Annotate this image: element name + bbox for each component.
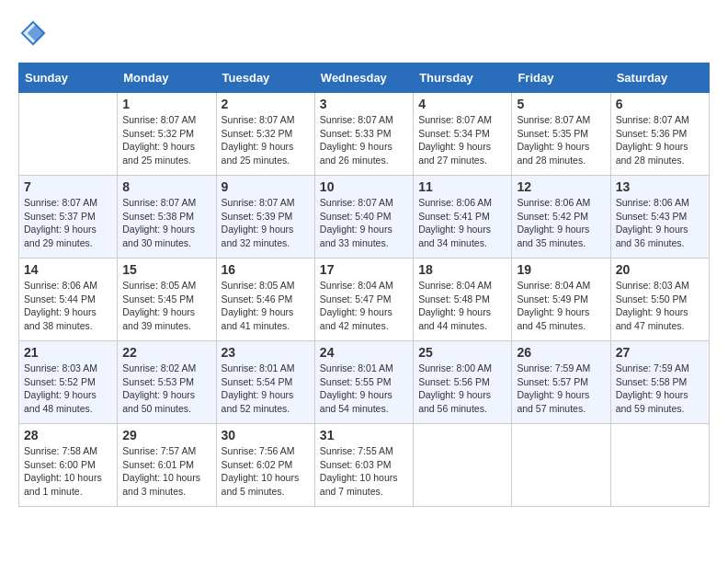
- page-header: [18, 18, 710, 48]
- day-number: 18: [418, 262, 506, 277]
- calendar-cell: 1Sunrise: 8:07 AMSunset: 5:32 PMDaylight…: [118, 93, 216, 176]
- day-number: 20: [616, 262, 704, 277]
- day-info: Sunrise: 8:07 AMSunset: 5:32 PMDaylight:…: [122, 113, 210, 167]
- day-number: 13: [616, 179, 704, 194]
- calendar-cell: 26Sunrise: 7:59 AMSunset: 5:57 PMDayligh…: [512, 341, 610, 424]
- calendar-week-row: 1Sunrise: 8:07 AMSunset: 5:32 PMDaylight…: [19, 93, 710, 176]
- calendar-cell: 17Sunrise: 8:04 AMSunset: 5:47 PMDayligh…: [314, 259, 413, 341]
- calendar-cell: 21Sunrise: 8:03 AMSunset: 5:52 PMDayligh…: [19, 341, 118, 424]
- day-info: Sunrise: 8:05 AMSunset: 5:45 PMDaylight:…: [122, 279, 210, 333]
- day-number: 6: [616, 97, 704, 111]
- calendar-cell: 13Sunrise: 8:06 AMSunset: 5:43 PMDayligh…: [610, 176, 709, 259]
- day-number: 8: [122, 179, 210, 194]
- calendar-cell: 8Sunrise: 8:07 AMSunset: 5:38 PMDaylight…: [118, 176, 216, 259]
- calendar-cell: 16Sunrise: 8:05 AMSunset: 5:46 PMDayligh…: [216, 259, 314, 341]
- day-info: Sunrise: 8:01 AMSunset: 5:54 PMDaylight:…: [222, 362, 310, 416]
- day-info: Sunrise: 8:04 AMSunset: 5:47 PMDaylight:…: [320, 279, 408, 333]
- day-info: Sunrise: 7:59 AMSunset: 5:58 PMDaylight:…: [616, 362, 704, 416]
- calendar-cell: 3Sunrise: 8:07 AMSunset: 5:33 PMDaylight…: [314, 93, 413, 176]
- day-info: Sunrise: 8:05 AMSunset: 5:46 PMDaylight:…: [222, 279, 310, 333]
- day-number: 17: [320, 262, 408, 277]
- day-number: 5: [517, 97, 605, 111]
- calendar-cell: 2Sunrise: 8:07 AMSunset: 5:32 PMDaylight…: [216, 93, 314, 176]
- calendar-cell: 15Sunrise: 8:05 AMSunset: 5:45 PMDayligh…: [118, 259, 216, 341]
- day-number: 10: [320, 179, 408, 194]
- calendar-cell: 28Sunrise: 7:58 AMSunset: 6:00 PMDayligh…: [19, 424, 118, 507]
- calendar-cell: 6Sunrise: 8:07 AMSunset: 5:36 PMDaylight…: [610, 93, 709, 176]
- calendar-cell: 7Sunrise: 8:07 AMSunset: 5:37 PMDaylight…: [19, 176, 118, 259]
- calendar-cell: 31Sunrise: 7:55 AMSunset: 6:03 PMDayligh…: [314, 424, 413, 507]
- weekday-header: Wednesday: [314, 63, 413, 93]
- calendar-header-row: SundayMondayTuesdayWednesdayThursdayFrid…: [19, 63, 710, 93]
- calendar-cell: 18Sunrise: 8:04 AMSunset: 5:48 PMDayligh…: [414, 259, 512, 341]
- day-number: 31: [320, 428, 408, 442]
- day-info: Sunrise: 8:07 AMSunset: 5:34 PMDaylight:…: [418, 113, 506, 167]
- calendar-cell: 10Sunrise: 8:07 AMSunset: 5:40 PMDayligh…: [314, 176, 413, 259]
- day-number: 29: [122, 428, 210, 442]
- calendar-cell: [512, 424, 610, 507]
- calendar-cell: 19Sunrise: 8:04 AMSunset: 5:49 PMDayligh…: [512, 259, 610, 341]
- weekday-header: Monday: [118, 63, 216, 93]
- day-info: Sunrise: 8:03 AMSunset: 5:50 PMDaylight:…: [616, 279, 704, 333]
- calendar-cell: 14Sunrise: 8:06 AMSunset: 5:44 PMDayligh…: [19, 259, 118, 341]
- weekday-header: Friday: [512, 63, 610, 93]
- day-number: 2: [222, 97, 310, 111]
- day-number: 24: [320, 345, 408, 360]
- weekday-header: Saturday: [610, 63, 709, 93]
- weekday-header: Tuesday: [216, 63, 314, 93]
- day-info: Sunrise: 8:07 AMSunset: 5:39 PMDaylight:…: [222, 196, 310, 250]
- day-number: 25: [418, 345, 506, 360]
- calendar-week-row: 21Sunrise: 8:03 AMSunset: 5:52 PMDayligh…: [19, 341, 710, 424]
- calendar-cell: [414, 424, 512, 507]
- day-number: 19: [517, 262, 605, 277]
- calendar-cell: [610, 424, 709, 507]
- day-number: 28: [24, 428, 112, 442]
- logo: [18, 18, 51, 48]
- day-info: Sunrise: 7:56 AMSunset: 6:02 PMDaylight:…: [222, 444, 310, 499]
- logo-icon: [18, 18, 48, 48]
- weekday-header: Thursday: [414, 63, 512, 93]
- day-info: Sunrise: 8:04 AMSunset: 5:49 PMDaylight:…: [517, 279, 605, 333]
- day-info: Sunrise: 8:01 AMSunset: 5:55 PMDaylight:…: [320, 362, 408, 416]
- day-number: 30: [222, 428, 310, 442]
- day-number: 16: [222, 262, 310, 277]
- day-info: Sunrise: 8:07 AMSunset: 5:38 PMDaylight:…: [122, 196, 210, 250]
- day-info: Sunrise: 8:02 AMSunset: 5:53 PMDaylight:…: [122, 362, 210, 416]
- day-info: Sunrise: 8:07 AMSunset: 5:33 PMDaylight:…: [320, 113, 408, 167]
- day-number: 23: [222, 345, 310, 360]
- day-info: Sunrise: 8:03 AMSunset: 5:52 PMDaylight:…: [24, 362, 112, 416]
- calendar-cell: 11Sunrise: 8:06 AMSunset: 5:41 PMDayligh…: [414, 176, 512, 259]
- calendar-cell: 4Sunrise: 8:07 AMSunset: 5:34 PMDaylight…: [414, 93, 512, 176]
- day-number: 3: [320, 97, 408, 111]
- calendar-cell: 27Sunrise: 7:59 AMSunset: 5:58 PMDayligh…: [610, 341, 709, 424]
- day-number: 27: [616, 345, 704, 360]
- day-info: Sunrise: 8:06 AMSunset: 5:41 PMDaylight:…: [418, 196, 506, 250]
- calendar-cell: 9Sunrise: 8:07 AMSunset: 5:39 PMDaylight…: [216, 176, 314, 259]
- day-info: Sunrise: 8:07 AMSunset: 5:32 PMDaylight:…: [222, 113, 310, 167]
- calendar-cell: 22Sunrise: 8:02 AMSunset: 5:53 PMDayligh…: [118, 341, 216, 424]
- day-info: Sunrise: 8:07 AMSunset: 5:40 PMDaylight:…: [320, 196, 408, 250]
- day-number: 21: [24, 345, 112, 360]
- day-info: Sunrise: 8:00 AMSunset: 5:56 PMDaylight:…: [418, 362, 506, 416]
- day-info: Sunrise: 7:58 AMSunset: 6:00 PMDaylight:…: [24, 444, 112, 499]
- calendar-cell: 12Sunrise: 8:06 AMSunset: 5:42 PMDayligh…: [512, 176, 610, 259]
- calendar-cell: 5Sunrise: 8:07 AMSunset: 5:35 PMDaylight…: [512, 93, 610, 176]
- day-info: Sunrise: 7:55 AMSunset: 6:03 PMDaylight:…: [320, 444, 408, 499]
- day-info: Sunrise: 8:07 AMSunset: 5:37 PMDaylight:…: [24, 196, 112, 250]
- calendar-cell: 20Sunrise: 8:03 AMSunset: 5:50 PMDayligh…: [610, 259, 709, 341]
- day-number: 15: [122, 262, 210, 277]
- day-number: 26: [517, 345, 605, 360]
- calendar-cell: 25Sunrise: 8:00 AMSunset: 5:56 PMDayligh…: [414, 341, 512, 424]
- day-number: 9: [222, 179, 310, 194]
- calendar-table: SundayMondayTuesdayWednesdayThursdayFrid…: [18, 63, 710, 507]
- day-info: Sunrise: 7:59 AMSunset: 5:57 PMDaylight:…: [517, 362, 605, 416]
- calendar-cell: 30Sunrise: 7:56 AMSunset: 6:02 PMDayligh…: [216, 424, 314, 507]
- day-number: 12: [517, 179, 605, 194]
- day-info: Sunrise: 8:07 AMSunset: 5:36 PMDaylight:…: [616, 113, 704, 167]
- day-number: 1: [122, 97, 210, 111]
- day-number: 14: [24, 262, 112, 277]
- weekday-header: Sunday: [19, 63, 118, 93]
- calendar-week-row: 7Sunrise: 8:07 AMSunset: 5:37 PMDaylight…: [19, 176, 710, 259]
- calendar-week-row: 14Sunrise: 8:06 AMSunset: 5:44 PMDayligh…: [19, 259, 710, 341]
- calendar-cell: 29Sunrise: 7:57 AMSunset: 6:01 PMDayligh…: [118, 424, 216, 507]
